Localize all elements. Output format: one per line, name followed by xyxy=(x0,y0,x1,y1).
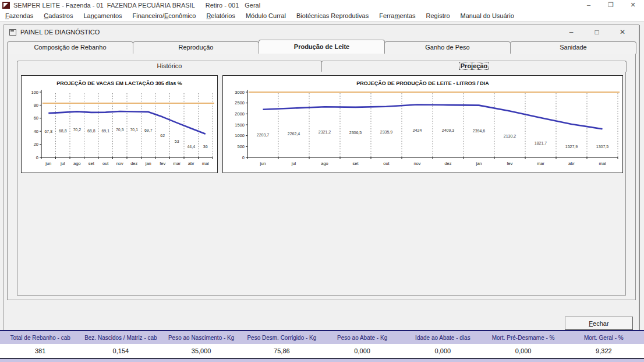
menu-item-3[interactable]: Financeiro/Econômico xyxy=(128,12,201,19)
svg-text:40: 40 xyxy=(34,129,38,134)
diagnostic-panel-window: PAINEL DE DIAGNÓSTICO – □ ✕ Composição d… xyxy=(3,24,639,332)
restore-icon[interactable]: ❐ xyxy=(600,0,622,10)
indicator-label-4: Peso ao Abate - Kg xyxy=(322,335,402,341)
svg-text:100: 100 xyxy=(31,90,38,95)
subtab-label-0: Histórico xyxy=(157,62,182,69)
tab-4[interactable]: Sanidade xyxy=(510,41,636,54)
svg-text:69,1: 69,1 xyxy=(101,129,109,133)
menu-item-2[interactable]: Lançamentos xyxy=(78,12,127,19)
svg-text:mai: mai xyxy=(202,161,209,166)
svg-text:jul: jul xyxy=(60,161,65,166)
indicator-value-2: 35,000 xyxy=(161,347,242,354)
subtab-1[interactable]: Projeção xyxy=(321,61,627,72)
indicator-label-7: Mort. Geral - % xyxy=(564,335,644,341)
svg-text:53: 53 xyxy=(175,139,179,143)
svg-text:3000: 3000 xyxy=(235,90,245,95)
indicator-labels-row: Total de Rebanho - cabBez. Nascidos / Ma… xyxy=(0,331,644,344)
svg-text:2394,6: 2394,6 xyxy=(473,129,486,133)
svg-text:2500: 2500 xyxy=(235,100,245,106)
svg-text:dez: dez xyxy=(444,161,451,166)
dialog-maximize-icon[interactable]: □ xyxy=(584,28,610,36)
svg-text:62: 62 xyxy=(160,133,165,138)
indicator-value-1: 0,154 xyxy=(80,347,161,354)
svg-text:2262,4: 2262,4 xyxy=(288,132,300,136)
svg-text:nov: nov xyxy=(116,161,123,166)
lactating-cows-projection-chart: PROJEÇÃO DE VACAS EM LACTAÇÃO 305 dias %… xyxy=(21,75,218,173)
indicator-label-0: Total de Rebanho - cab xyxy=(0,335,80,341)
svg-text:mar: mar xyxy=(173,161,181,166)
menu-item-1[interactable]: Cadastros xyxy=(38,12,78,19)
tab-3[interactable]: Ganho de Peso xyxy=(384,41,511,54)
svg-text:70,5: 70,5 xyxy=(116,128,124,132)
menu-bar: FazendasCadastrosLançamentosFinanceiro/E… xyxy=(0,10,644,22)
indicators-status-bar: Total de Rebanho - cabBez. Nascidos / Ma… xyxy=(0,330,644,362)
tab-1[interactable]: Reprodução xyxy=(133,41,259,54)
subtab-0[interactable]: Histórico xyxy=(17,61,322,72)
svg-text:2409,3: 2409,3 xyxy=(442,128,455,132)
indicator-value-6: 0,000 xyxy=(483,347,564,354)
menu-item-9[interactable]: Manual do Usuário xyxy=(455,12,519,19)
svg-text:1527,9: 1527,9 xyxy=(565,145,578,149)
svg-text:fev: fev xyxy=(507,161,512,166)
svg-text:1821,7: 1821,7 xyxy=(535,141,547,145)
svg-text:jan: jan xyxy=(145,161,151,166)
window-titlebar: SEMPER LEITE - Fazenda - 01 FAZENDA PECU… xyxy=(0,0,644,10)
svg-text:68,8: 68,8 xyxy=(87,129,95,133)
svg-text:set: set xyxy=(89,161,95,166)
svg-text:ago: ago xyxy=(321,161,328,166)
indicator-value-7: 9,322 xyxy=(564,347,644,354)
fechar-button[interactable]: Fechar xyxy=(565,317,633,330)
svg-text:abr: abr xyxy=(568,161,575,166)
svg-text:set: set xyxy=(352,161,359,166)
svg-text:jun: jun xyxy=(259,161,266,166)
svg-text:2306,5: 2306,5 xyxy=(349,131,362,135)
form-window-icon xyxy=(9,29,16,36)
tab-2[interactable]: Produção de Leite xyxy=(259,40,385,54)
sub-tabs: HistóricoProjeção xyxy=(17,61,626,72)
close-icon[interactable]: ✕ xyxy=(622,0,644,10)
window-title: SEMPER LEITE - Fazenda - 01 FAZENDA PECU… xyxy=(13,2,195,9)
svg-text:nov: nov xyxy=(413,161,420,166)
menu-item-0[interactable]: Fazendas xyxy=(0,12,38,19)
svg-text:70,1: 70,1 xyxy=(130,128,138,132)
window-title-retiro: Retiro - 001 xyxy=(206,2,239,9)
svg-text:67,8: 67,8 xyxy=(44,129,52,133)
menu-item-7[interactable]: Ferramentas xyxy=(374,12,420,19)
menu-item-5[interactable]: Módulo Curral xyxy=(240,12,291,19)
svg-text:jan: jan xyxy=(475,161,482,166)
svg-text:1000: 1000 xyxy=(235,133,245,138)
svg-text:PROJEÇÃO DE VACAS EM LACTAÇÃO: PROJEÇÃO DE VACAS EM LACTAÇÃO 305 dias % xyxy=(56,80,182,86)
menu-item-8[interactable]: Registro xyxy=(421,12,455,19)
svg-text:dez: dez xyxy=(130,161,137,166)
menu-item-4[interactable]: Relatórios xyxy=(201,12,240,19)
dialog-close-icon[interactable]: ✕ xyxy=(610,28,635,36)
svg-text:80: 80 xyxy=(34,103,38,108)
milk-production-tab-page: HistóricoProjeção PROJEÇÃO DE VACAS EM L… xyxy=(7,53,636,300)
svg-text:1307,5: 1307,5 xyxy=(596,145,609,149)
minimize-icon[interactable]: – xyxy=(578,0,600,10)
svg-text:500: 500 xyxy=(237,144,245,149)
dialog-minimize-icon[interactable]: – xyxy=(558,28,584,36)
svg-text:ago: ago xyxy=(73,161,81,166)
svg-text:2321,2: 2321,2 xyxy=(319,130,331,134)
dialog-controls: – □ ✕ xyxy=(558,28,635,36)
svg-text:fev: fev xyxy=(160,161,165,166)
indicator-label-1: Bez. Nascidos / Matriz - cab xyxy=(80,335,161,341)
svg-text:2335,9: 2335,9 xyxy=(380,130,393,134)
svg-text:68,8: 68,8 xyxy=(59,129,67,133)
svg-text:44,4: 44,4 xyxy=(187,145,195,149)
milk-production-projection-chart: PROJEÇÃO DE PRODUÇÃO DE LEITE - LITROS /… xyxy=(222,75,623,173)
indicator-label-3: Peso Desm. Corrigido - Kg xyxy=(242,335,322,341)
svg-text:jul: jul xyxy=(291,161,296,166)
window-title-geral: Geral xyxy=(245,2,260,9)
svg-text:2203,7: 2203,7 xyxy=(257,133,270,137)
main-tabs: Composição de RebanhoReproduçãoProdução … xyxy=(7,41,636,54)
menu-item-6[interactable]: Biotécnicas Reprodutivas xyxy=(291,12,374,19)
indicator-value-5: 0,000 xyxy=(402,347,483,354)
svg-text:abr: abr xyxy=(188,161,194,166)
indicator-label-6: Mort. Pré-Desmame - % xyxy=(483,335,564,341)
dialog-titlebar: PAINEL DE DIAGNÓSTICO – □ ✕ xyxy=(4,25,639,39)
svg-text:1500: 1500 xyxy=(235,122,245,128)
svg-text:out: out xyxy=(102,161,109,166)
tab-0[interactable]: Composição de Rebanho xyxy=(7,41,133,54)
